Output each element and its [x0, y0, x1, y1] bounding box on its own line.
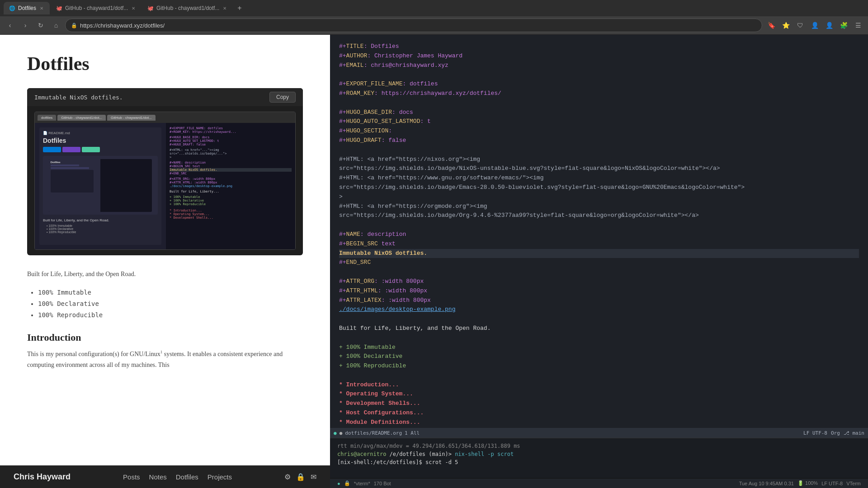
mode-file: dotfiles/README.org [345, 430, 402, 436]
editor-line: #+HUGO_BASE_DIR: docs [339, 108, 859, 117]
terminal-cursor-line [337, 466, 861, 474]
badge-org [82, 147, 100, 152]
mode-dot-2: ● [340, 430, 343, 436]
editor-line: * Module Definitions... [339, 418, 859, 427]
scr-badges [43, 147, 158, 152]
editor-line: #+END_SRC [339, 258, 859, 267]
scr-tab-2: GitHub - chayward1/dot... [57, 115, 106, 121]
forward-button[interactable]: › [19, 19, 32, 32]
editor-line: #+NAME: description [339, 230, 859, 239]
editor-line [339, 70, 859, 80]
email-icon[interactable]: ✉ [311, 473, 316, 479]
webpage-content: Dotfiles Immutable NixOS dotfiles. Copy … [0, 35, 330, 478]
list-item-2: 100% Declarative [38, 298, 303, 310]
github-icon[interactable]: ⚙ [284, 473, 291, 479]
menu-icon[interactable]: ☰ [852, 19, 864, 32]
security-icon: 🔒 [71, 23, 77, 28]
tab-github-1[interactable]: 🐙 GitHub - chayward1/dotf... ✕ [51, 2, 141, 14]
tab-close-1[interactable]: ✕ [39, 5, 44, 12]
terminal-path: /e/dotfiles (main)> [390, 451, 452, 457]
site-nav-icons: ⚙ 🔒 ✉ [284, 473, 316, 479]
editor-line: src="https://img.shields.io/badge/NixOS-… [339, 164, 859, 174]
scr-tab-3: GitHub - chayward1/dot... [107, 115, 156, 121]
new-tab-button[interactable]: + [233, 2, 246, 14]
editor-line: ./docs/images/desktop-example.png [339, 305, 859, 314]
tab-label-2: GitHub - chayward1/dotf... [65, 5, 128, 11]
list-item-3: 100% Reproducible [38, 310, 303, 321]
code-block-body: dotfiles GitHub - chayward1/dot... GitHu… [27, 106, 303, 255]
editor-line: src="https://img.shields.io/badge/Emacs-… [339, 183, 859, 192]
built-for-text: Built for Life, Liberty, and the Open Ro… [27, 269, 303, 280]
status-dot-right: ● [337, 481, 340, 486]
reload-button[interactable]: ↻ [34, 19, 47, 32]
nav-projects[interactable]: Projects [208, 473, 232, 479]
editor-line: #+EXPORT_FILE_NAME: dotfiles [339, 80, 859, 89]
nav-posts[interactable]: Posts [123, 473, 140, 479]
tab-close-3[interactable]: ✕ [222, 5, 227, 12]
profile2-icon[interactable]: 👤 [823, 19, 835, 32]
browser-viewport: Dotfiles Immutable NixOS dotfiles. Copy … [0, 35, 330, 478]
scr-dotfiles-title: Dotfiles [43, 137, 158, 144]
star-icon[interactable]: ⭐ [779, 19, 792, 32]
status-vterm: *vterm* [354, 481, 370, 486]
editor-line: #+HTML: <a href="https://nixos.org"><img [339, 155, 859, 164]
terminal-line-3: [nix-shell:/etc/dotfiles]$ scrot -d 5 [337, 458, 861, 466]
page-title: Dotfiles [27, 53, 303, 75]
url-text: https://chrishayward.xyz/dotfiles/ [80, 22, 756, 29]
terminal-line-1: rtt min/avg/max/mdev = 49.294/186.651/36… [337, 442, 861, 450]
bookmark-icon[interactable]: 🔖 [765, 19, 778, 32]
profile3-icon[interactable]: 🧩 [837, 19, 850, 32]
editor-content: #+TITLE: Dotfiles #+AUTHOR: Christopher … [330, 35, 868, 428]
screenshot-mockup: dotfiles GitHub - chayward1/dot... GitHu… [34, 112, 296, 250]
rss-icon[interactable]: 🔒 [296, 473, 305, 479]
nav-notes[interactable]: Notes [149, 473, 167, 479]
home-button[interactable]: ⌂ [50, 19, 62, 32]
editor-line: * Operating System... [339, 389, 859, 399]
nav-icon-group: 🔖 ⭐ 🛡 👤 👤 🧩 ☰ [765, 19, 864, 32]
tab-dotfiles[interactable]: 🌐 Dotfiles ✕ [4, 2, 50, 14]
mode-line: ● ● dotfiles/README.org 1 All LF UTF-8 O… [330, 428, 868, 438]
nav-dotfiles[interactable]: Dotfiles [176, 473, 198, 479]
site-nav-links: Posts Notes Dotfiles Projects [123, 473, 232, 479]
editor-line: + 100% Reproducible [339, 361, 859, 371]
features-list: 100% Immutable 100% Declarative 100% Rep… [27, 287, 303, 321]
scr-right-pane: #+EXPORT_FILE_NAME: dotfiles #+ROAM_KEY:… [166, 123, 295, 249]
terminal-section: rtt min/avg/max/mdev = 49.294/186.651/36… [330, 438, 868, 478]
back-button[interactable]: ‹ [4, 19, 16, 32]
tab-close-2[interactable]: ✕ [131, 5, 136, 12]
profile-icon[interactable]: 👤 [808, 19, 821, 32]
site-brand[interactable]: Chris Hayward [14, 472, 71, 479]
editor-line [339, 371, 859, 380]
copy-button[interactable]: Copy [269, 92, 296, 103]
editor-line: * Host Configurations... [339, 408, 859, 418]
editor-line: Built for Life, Liberty, and the Open Ro… [339, 324, 859, 333]
tab-favicon-3: 🐙 [147, 5, 154, 11]
editor-line-highlight: Immutable NixOS dotfiles. [339, 249, 859, 258]
editor-line: #+ATTR_LATEX: :width 800px [339, 296, 859, 305]
mode-line-right: LF UTF-8 Org ⎇ main [803, 430, 864, 436]
terminal-cmd-1: nix-shell -p scrot [455, 451, 514, 457]
tab-label-1: Dotfiles [18, 5, 36, 11]
terminal-cmd-2: scrot -d 5 [425, 459, 458, 465]
editor-line: #+HTML: <a href="https://orgmode.org"><i… [339, 202, 859, 211]
editor-line [339, 99, 859, 108]
navigation-bar: ‹ › ↻ ⌂ 🔒 https://chrishayward.xyz/dotfi… [0, 16, 868, 34]
mode-status: 1 All [405, 430, 420, 436]
code-block-header: Immutable NixOS dotfiles. Copy [27, 88, 303, 106]
tab-bar: 🌐 Dotfiles ✕ 🐙 GitHub - chayward1/dotf..… [0, 0, 868, 16]
status-right: ● 🔒 *vterm* 170 Bot Tue Aug 10 9:45AM 0.… [334, 480, 864, 486]
editor-line: + 100% Declarative [339, 352, 859, 361]
badge-nixos [43, 147, 61, 152]
mode-line-left: ● ● dotfiles/README.org 1 All [334, 430, 420, 436]
editor-line: * Development Shells... [339, 399, 859, 408]
shield-icon[interactable]: 🛡 [794, 19, 807, 32]
screenshot-content: 📄 README.md Dotfiles [35, 123, 295, 249]
editor-line [339, 145, 859, 155]
editor-line [339, 267, 859, 277]
address-bar[interactable]: 🔒 https://chrishayward.xyz/dotfiles/ [65, 19, 762, 32]
tab-label-3: GitHub - chayward1/dotf... [156, 5, 219, 11]
terminal-prompt: [nix-shell:/etc/dotfiles]$ [337, 459, 422, 465]
terminal-user: chris@acernitro [337, 451, 386, 457]
tab-github-2[interactable]: 🐙 GitHub - chayward1/dotf... ✕ [142, 2, 232, 14]
status-vterm-count: 170 Bot [374, 481, 391, 486]
